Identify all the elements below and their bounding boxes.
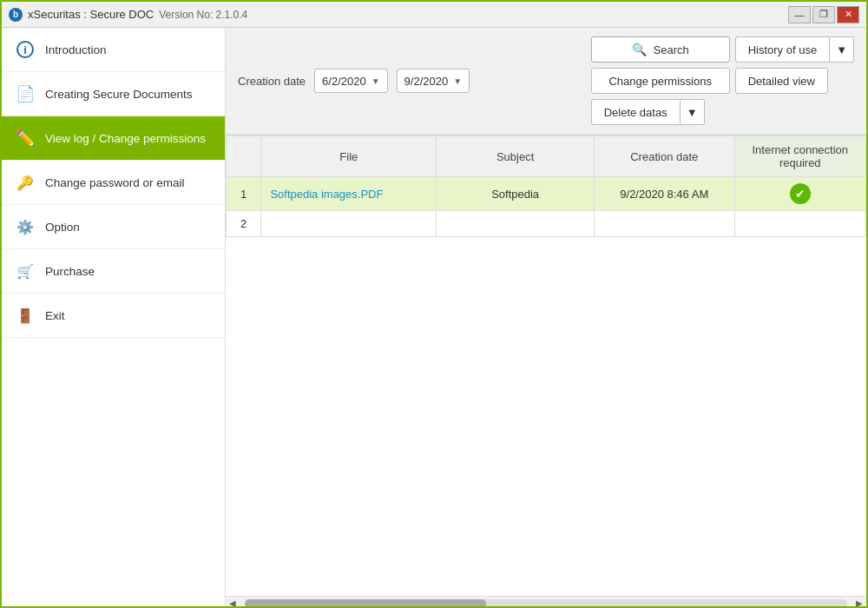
- cart-icon: 🛒: [16, 261, 35, 281]
- toolbar-row-1: 🔍 Search History of use ▼: [591, 36, 854, 63]
- table-header-row: File Subject Creation date Internet conn…: [227, 136, 866, 177]
- sidebar-item-creating-secure-documents[interactable]: 📄 Creating Secure Documents: [2, 72, 225, 116]
- app-title: xSecuritas : Secure DOC: [28, 8, 154, 21]
- search-button[interactable]: 🔍 Search: [591, 36, 730, 63]
- sidebar-label-change-password: Change password or email: [45, 176, 185, 189]
- checkmark-icon: ✔: [790, 183, 811, 204]
- sidebar-label-purchase: Purchase: [45, 265, 95, 278]
- delete-arrow-button[interactable]: ▼: [680, 99, 705, 125]
- content-area: Creation date 6/2/2020 ▼ 9/2/2020 ▼ �: [226, 28, 866, 608]
- sidebar-label-exit: Exit: [45, 309, 65, 322]
- file-link[interactable]: Softpedia images.PDF: [270, 188, 383, 201]
- doc-icon: 📄: [16, 84, 35, 103]
- sidebar-item-exit[interactable]: 🚪 Exit: [2, 294, 225, 338]
- cell-creation-date: 9/2/2020 8:46 AM: [595, 177, 735, 211]
- toolbar: Creation date 6/2/2020 ▼ 9/2/2020 ▼ �: [226, 28, 866, 135]
- date-to-value: 9/2/2020: [404, 75, 449, 88]
- cell-subject: Softpedia: [437, 177, 595, 211]
- cell-subject: [437, 211, 595, 237]
- detailed-view-button[interactable]: Detailed view: [735, 68, 828, 94]
- history-button-group: History of use ▼: [735, 36, 854, 63]
- restore-button[interactable]: ❐: [812, 6, 835, 23]
- search-label: Search: [654, 43, 689, 56]
- titlebar-left: b xSecuritas : Secure DOC Version No: 2.…: [9, 8, 247, 22]
- cell-internet: [734, 211, 865, 237]
- horizontal-scrollbar[interactable]: ◀ ▶: [226, 596, 866, 608]
- delete-datas-label: Delete datas: [604, 106, 667, 119]
- detailed-view-label: Detailed view: [748, 75, 815, 88]
- date-to-arrow: ▼: [453, 76, 462, 86]
- change-permissions-label: Change permissions: [608, 75, 712, 88]
- sidebar-item-purchase[interactable]: 🛒 Purchase: [2, 249, 225, 294]
- app-version: Version No: 2.1.0.4: [159, 9, 247, 21]
- creation-date-label: Creation date: [238, 75, 306, 88]
- date-from-value: 6/2/2020: [322, 75, 366, 88]
- change-permissions-button[interactable]: Change permissions: [591, 68, 730, 94]
- delete-datas-button[interactable]: Delete datas: [591, 99, 680, 125]
- date-to-select[interactable]: 9/2/2020 ▼: [397, 69, 470, 93]
- table-area: File Subject Creation date Internet conn…: [226, 135, 866, 596]
- table-row: 1Softpedia images.PDFSoftpedia9/2/2020 8…: [227, 177, 866, 211]
- scroll-right-arrow[interactable]: ▶: [852, 598, 866, 608]
- col-header-num: [227, 136, 261, 177]
- gear-icon: ⚙️: [16, 217, 35, 236]
- cell-internet: ✔: [734, 177, 865, 211]
- titlebar: b xSecuritas : Secure DOC Version No: 2.…: [2, 2, 866, 28]
- cell-num: 2: [227, 211, 261, 237]
- main-layout: i Introduction 📄 Creating Secure Documen…: [2, 28, 866, 608]
- col-header-internet: Internet connection required: [734, 136, 865, 177]
- toolbar-row-3: Delete datas ▼: [591, 99, 854, 125]
- app-icon: b: [9, 8, 23, 22]
- scrollbar-track: [245, 599, 847, 608]
- delete-button-group: Delete datas ▼: [591, 99, 705, 125]
- table-row: 2: [227, 211, 866, 237]
- col-header-subject: Subject: [437, 136, 595, 177]
- search-icon: 🔍: [632, 43, 647, 56]
- sidebar-item-introduction[interactable]: i Introduction: [2, 28, 225, 72]
- sidebar-label-creating-secure-documents: Creating Secure Documents: [45, 88, 193, 101]
- titlebar-controls: — ❐ ✕: [788, 6, 859, 23]
- date-from-select[interactable]: 6/2/2020 ▼: [314, 69, 388, 93]
- key-icon: 🔑: [16, 173, 35, 192]
- history-button[interactable]: History of use: [735, 36, 829, 63]
- data-table: File Subject Creation date Internet conn…: [226, 135, 866, 237]
- sidebar-item-option[interactable]: ⚙️ Option: [2, 205, 225, 249]
- toolbar-row-2: Change permissions Detailed view: [591, 68, 854, 94]
- sidebar-label-introduction: Introduction: [45, 43, 107, 56]
- cell-file: [261, 211, 437, 237]
- close-button[interactable]: ✕: [837, 6, 859, 23]
- scroll-left-arrow[interactable]: ◀: [226, 598, 240, 608]
- sidebar-label-view-log: View log / Change permissions: [45, 132, 206, 145]
- scrollbar-thumb[interactable]: [245, 599, 486, 608]
- sidebar-item-change-password[interactable]: 🔑 Change password or email: [2, 161, 225, 205]
- cell-creation-date: [595, 211, 735, 237]
- history-arrow-button[interactable]: ▼: [829, 36, 854, 63]
- date-to-dropdown[interactable]: 9/2/2020 ▼: [397, 69, 470, 93]
- col-header-file: File: [261, 136, 437, 177]
- list-icon: ✏️: [16, 129, 35, 148]
- date-from-arrow: ▼: [372, 76, 380, 86]
- cell-file[interactable]: Softpedia images.PDF: [261, 177, 437, 211]
- toolbar-right: 🔍 Search History of use ▼ Change permis: [591, 36, 854, 125]
- sidebar-item-view-log[interactable]: ✏️ View log / Change permissions: [2, 116, 225, 161]
- exit-icon: 🚪: [16, 306, 35, 325]
- sidebar: i Introduction 📄 Creating Secure Documen…: [2, 28, 226, 608]
- col-header-creation-date: Creation date: [595, 136, 735, 177]
- cell-num: 1: [227, 177, 261, 211]
- date-from-dropdown[interactable]: 6/2/2020 ▼: [314, 69, 388, 93]
- sidebar-label-option: Option: [45, 221, 80, 234]
- history-label: History of use: [748, 43, 817, 56]
- info-icon: i: [16, 40, 35, 59]
- minimize-button[interactable]: —: [788, 6, 811, 23]
